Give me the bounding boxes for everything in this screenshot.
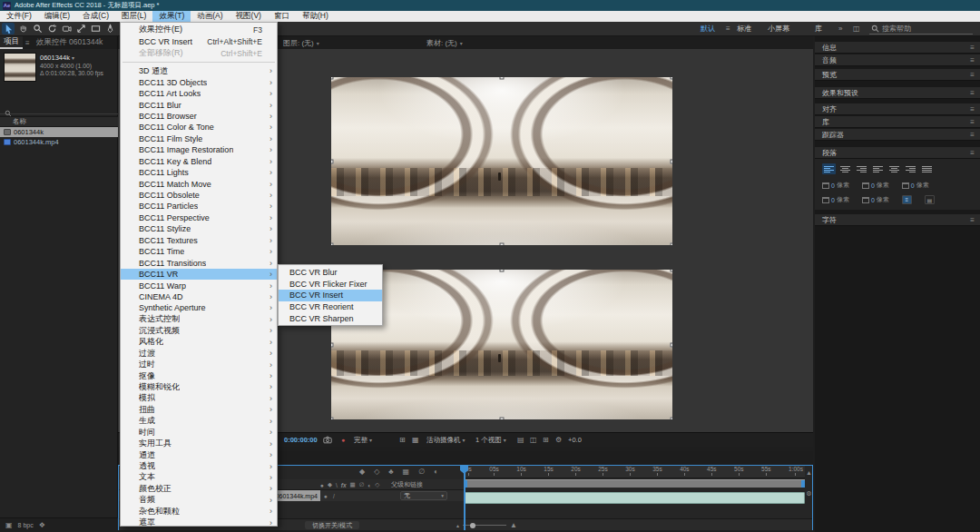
work-area-bar[interactable]: [464, 479, 805, 488]
menu-category[interactable]: Synthetic Aperture›: [121, 302, 277, 313]
workspace-tab[interactable]: 标准: [737, 22, 751, 35]
active-camera-dropdown[interactable]: 活动摄像机▾: [426, 433, 466, 447]
project-search-input[interactable]: [0, 102, 118, 114]
menubar-item[interactable]: 文件(F): [0, 11, 38, 22]
draft-3d-icon[interactable]: ◇: [374, 468, 379, 478]
panel-header-7[interactable]: 跟踪器≡: [815, 129, 980, 141]
selection-handle[interactable]: [671, 243, 673, 246]
motion-blur-icon[interactable]: ∅: [359, 481, 365, 488]
menu-category[interactable]: 沉浸式视频›: [121, 325, 277, 336]
quality-icon[interactable]: /: [333, 493, 335, 499]
menu-category[interactable]: BCC11 Color & Tone›: [121, 122, 277, 133]
selection-handle[interactable]: [331, 77, 334, 80]
menu-category[interactable]: 过时›: [121, 359, 277, 369]
menu-category[interactable]: BCC11 Textures›: [121, 235, 277, 246]
hide-shy-layers-icon[interactable]: ♣: [388, 468, 393, 478]
justify-last-right-icon[interactable]: [904, 163, 917, 174]
zoom-track[interactable]: [463, 525, 506, 526]
indent-field[interactable]: 0像素: [822, 181, 849, 190]
quality-icon[interactable]: \: [336, 482, 338, 488]
camera-tool-icon[interactable]: [60, 23, 73, 34]
menu-category[interactable]: 时间›: [121, 427, 277, 438]
panel-menu-icon[interactable]: ≡: [970, 131, 975, 139]
menubar-item[interactable]: 帮助(H): [296, 11, 335, 22]
layer-duration-bar[interactable]: [464, 492, 805, 504]
menu-category[interactable]: BCC11 Blur›: [121, 99, 277, 110]
menu-category[interactable]: 通道›: [121, 449, 277, 460]
menu-category[interactable]: 抠像›: [121, 370, 277, 381]
tab-layer-viewer[interactable]: 图层: (无)▾: [283, 36, 319, 49]
selection-handle[interactable]: [500, 418, 505, 420]
menubar-item[interactable]: 编辑(E): [38, 11, 76, 22]
menu-item[interactable]: 效果控件(E)F3: [121, 24, 277, 35]
region-of-interest-icon[interactable]: ⊞: [399, 433, 406, 447]
menu-category[interactable]: 透视›: [121, 460, 277, 471]
selection-handle[interactable]: [331, 418, 334, 420]
pan-behind-tool-icon[interactable]: [74, 23, 87, 34]
submenu-item[interactable]: BCC VR Reorient: [279, 301, 382, 313]
menu-category[interactable]: BCC11 Browser›: [121, 111, 277, 122]
menu-category[interactable]: CINEMA 4D›: [121, 291, 277, 302]
menu-item[interactable]: BCC VR InsertCtrl+Alt+Shift+E: [121, 35, 277, 47]
menu-category[interactable]: 文本›: [121, 472, 277, 483]
rectangle-tool-icon[interactable]: [89, 23, 102, 34]
panel-menu-icon[interactable]: ≡: [970, 118, 975, 126]
menubar-item[interactable]: 合成(C): [76, 11, 115, 22]
selection-handle[interactable]: [500, 270, 505, 272]
menu-category[interactable]: BCC11 Lights›: [121, 167, 277, 178]
fast-preview-icon[interactable]: ◫: [530, 433, 537, 447]
panel-menu-icon[interactable]: ≡: [970, 71, 975, 79]
menu-category[interactable]: BCC11 Perspective›: [121, 212, 277, 223]
zoom-out-icon[interactable]: ▴: [456, 522, 459, 528]
panel-header-6[interactable]: 库≡: [815, 116, 980, 128]
rotation-tool-icon[interactable]: [45, 23, 58, 34]
solo-icon[interactable]: ◆: [328, 481, 332, 488]
project-item-footage[interactable]: 0601344k.mp4: [0, 137, 118, 147]
color-depth-button[interactable]: 8 bpc: [18, 522, 34, 528]
justify-last-left-icon[interactable]: [871, 163, 885, 174]
menu-category[interactable]: BCC11 Time›: [121, 246, 277, 257]
panel-header-3[interactable]: 预览≡: [815, 69, 980, 81]
menu-category[interactable]: 模糊和锐化›: [121, 381, 277, 392]
parent-link-column-header[interactable]: 父级和链接: [391, 479, 423, 490]
timeline-zoom-slider[interactable]: ▴ ▲: [456, 521, 527, 529]
menu-category[interactable]: 模拟›: [121, 393, 277, 404]
menu-category[interactable]: BCC11 Warp›: [121, 280, 277, 291]
video-icon[interactable]: ●: [320, 482, 324, 488]
indent-field[interactable]: 0像素: [862, 195, 889, 204]
menu-category[interactable]: 过渡›: [121, 348, 277, 359]
menubar-item[interactable]: 图层(L): [115, 11, 152, 22]
workspace-panel-icon[interactable]: ◫: [853, 22, 860, 35]
panel-menu-icon[interactable]: ≡: [970, 44, 975, 52]
menu-category[interactable]: BCC11 Particles›: [121, 201, 277, 212]
menubar-item[interactable]: 窗口: [268, 11, 296, 22]
indent-field[interactable]: 0像素: [822, 195, 849, 204]
selection-handle[interactable]: [671, 270, 673, 272]
chevron-down-icon[interactable]: ▾: [72, 55, 74, 61]
menu-category[interactable]: BCC11 Image Restoration›: [121, 144, 277, 155]
view-layout-dropdown[interactable]: 1 个视图▾: [475, 433, 506, 447]
panel-menu-icon[interactable]: ≡: [970, 105, 975, 113]
current-timecode[interactable]: 0:00:00:00: [284, 433, 318, 447]
tab-footage-viewer[interactable]: 素材: (无)▾: [426, 36, 463, 49]
panel-header-2[interactable]: 音频≡: [815, 54, 980, 66]
graph-editor-icon[interactable]: ◐: [434, 468, 438, 478]
panel-menu-icon[interactable]: ≡: [970, 216, 975, 224]
menu-category[interactable]: BCC11 3D Objects›: [121, 76, 277, 87]
panel-menu-icon[interactable]: ≡: [23, 36, 33, 49]
hand-tool-icon[interactable]: [16, 23, 29, 34]
pixel-aspect-icon[interactable]: ▤: [517, 433, 524, 447]
workspace-overflow-icon[interactable]: »: [838, 22, 842, 35]
panel-header-1[interactable]: 信息≡: [815, 42, 980, 54]
selection-handle[interactable]: [331, 342, 334, 347]
submenu-item[interactable]: BCC VR Flicker Fixer: [279, 279, 382, 291]
snapshot-camera-icon[interactable]: [323, 433, 332, 447]
menubar-item[interactable]: 动画(A): [191, 11, 229, 22]
selection-handle[interactable]: [671, 342, 673, 347]
menu-category[interactable]: BCC11 Key & Blend›: [121, 156, 277, 167]
workspace-menu-icon[interactable]: ≡: [726, 22, 730, 35]
zoom-tool-icon[interactable]: [31, 23, 44, 34]
menu-category[interactable]: BCC11 Stylize›: [121, 223, 277, 234]
menubar-item[interactable]: 视图(V): [230, 11, 268, 22]
align-right-icon[interactable]: [855, 163, 868, 174]
